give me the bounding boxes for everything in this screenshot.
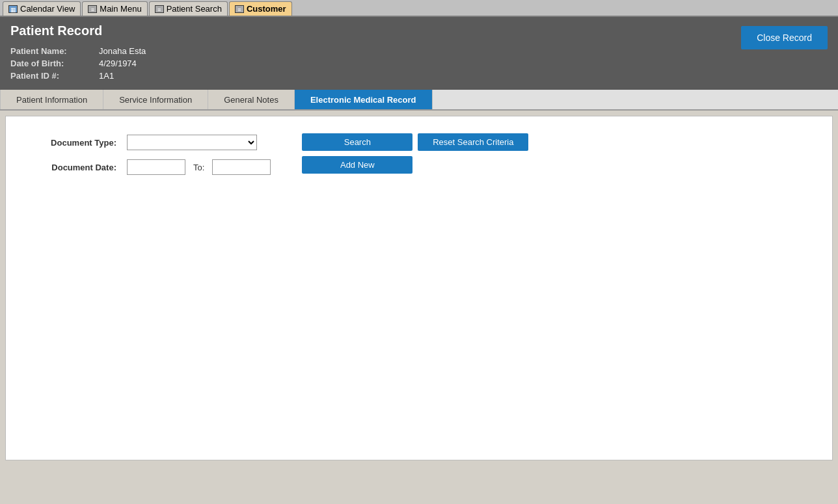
dob-label: Date of Birth: — [10, 59, 88, 68]
add-new-button[interactable]: Add New — [302, 156, 412, 174]
search-button[interactable]: Search — [302, 133, 412, 151]
document-type-select[interactable] — [127, 135, 257, 150]
page-title: Patient Record — [10, 23, 146, 38]
document-date-row: Document Date: To: — [37, 159, 271, 175]
tab-electronic-medical-record-label: Electronic Medical Record — [310, 95, 416, 105]
main-content-area: Document Type: Document Date: To: Search… — [5, 116, 833, 460]
tab-electronic-medical-record[interactable]: Electronic Medical Record — [295, 90, 433, 109]
document-icon-3: ≡ — [235, 5, 244, 13]
patient-name-row: Patient Name: Jonaha Esta — [10, 46, 146, 56]
header-info: Patient Record Patient Name: Jonaha Esta… — [10, 23, 146, 83]
document-date-label: Document Date: — [37, 163, 122, 172]
tab-calendar-view-label: Calendar View — [20, 4, 75, 14]
patient-id-label: Patient ID #: — [10, 71, 88, 81]
tab-bar: ▦ Calendar View ≡ Main Menu ≡ Patient Se… — [0, 0, 838, 17]
action-buttons: Search Reset Search Criteria Add New — [302, 133, 528, 174]
document-date-to-input[interactable] — [212, 159, 271, 175]
tab-service-information-label: Service Information — [119, 95, 192, 105]
patient-id-value: 1A1 — [99, 71, 114, 81]
patient-name-value: Jonaha Esta — [99, 46, 146, 56]
tab-patient-search-label: Patient Search — [167, 4, 222, 14]
tab-general-notes-label: General Notes — [224, 95, 278, 105]
add-new-row: Add New — [302, 156, 528, 174]
document-icon-1: ≡ — [88, 5, 97, 13]
tab-general-notes[interactable]: General Notes — [208, 90, 295, 109]
tab-calendar-view[interactable]: ▦ Calendar View — [3, 1, 81, 16]
tab-patient-information[interactable]: Patient Information — [0, 90, 103, 109]
tab-main-menu[interactable]: ≡ Main Menu — [82, 1, 147, 16]
tab-patient-search[interactable]: ≡ Patient Search — [149, 1, 228, 16]
patient-record-header: Patient Record Patient Name: Jonaha Esta… — [0, 17, 838, 90]
document-icon-2: ≡ — [155, 5, 164, 13]
to-label: To: — [193, 163, 204, 172]
dob-row: Date of Birth: 4/29/1974 — [10, 59, 146, 68]
search-form: Document Type: Document Date: To: Search… — [37, 132, 801, 184]
patient-name-label: Patient Name: — [10, 46, 88, 56]
content-tab-bar: Patient Information Service Information … — [0, 90, 838, 111]
document-date-from-input[interactable] — [127, 159, 185, 175]
calendar-icon: ▦ — [8, 5, 18, 13]
tab-patient-information-label: Patient Information — [16, 95, 87, 105]
tab-service-information[interactable]: Service Information — [103, 90, 208, 109]
dob-value: 4/29/1974 — [99, 59, 137, 68]
document-type-row: Document Type: — [37, 135, 271, 150]
search-reset-row: Search Reset Search Criteria — [302, 133, 528, 151]
tab-main-menu-label: Main Menu — [100, 4, 141, 14]
document-type-label: Document Type: — [37, 138, 122, 148]
tab-customer[interactable]: ≡ Customer — [229, 1, 292, 16]
reset-search-button[interactable]: Reset Search Criteria — [418, 133, 528, 151]
patient-id-row: Patient ID #: 1A1 — [10, 71, 146, 81]
fields-section: Document Type: Document Date: To: — [37, 135, 271, 184]
close-record-button[interactable]: Close Record — [741, 26, 828, 49]
tab-customer-label: Customer — [247, 4, 286, 14]
